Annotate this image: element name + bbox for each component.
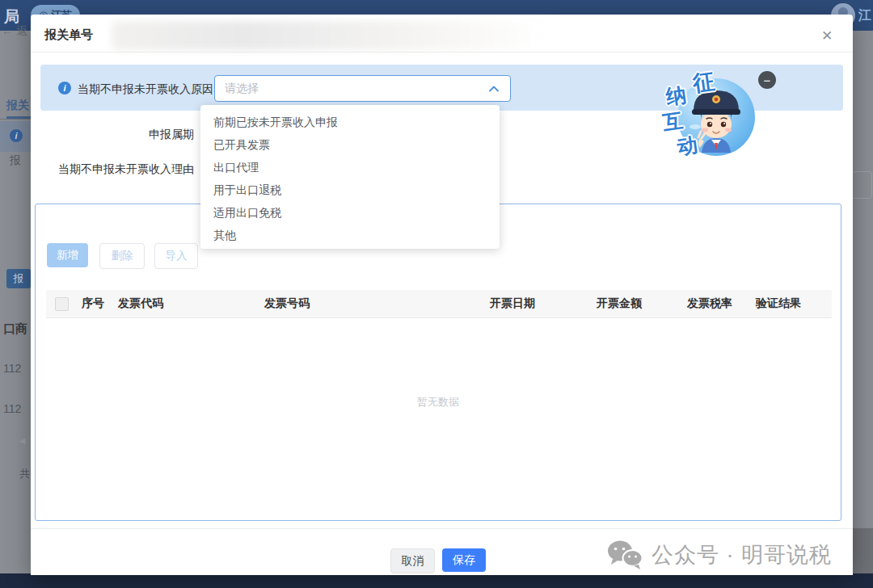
screenshot-stage: 局 ◎ 江苏 江 ← 返 报关 i 报 报 口商 112 112 ◀ 共 报关单…: [0, 0, 873, 588]
dropdown-option[interactable]: 其他: [200, 224, 500, 246]
empty-state-text: 暂无数据: [36, 395, 841, 410]
mascot-char-dong: 动: [676, 131, 699, 160]
background-divider: [0, 119, 31, 120]
background-dark-block: [853, 528, 873, 574]
invoice-table-container: 新增 删除 导入 序号 发票代码 发票号码 开票日期 开票金额 发票税率 验证结…: [35, 204, 841, 521]
background-pager-prev-icon[interactable]: ◀: [19, 436, 26, 445]
cancel-button[interactable]: 取消: [390, 548, 435, 573]
info-icon: i: [58, 82, 71, 94]
reason-select[interactable]: 请选择: [214, 75, 511, 102]
background-ghost-button: [851, 171, 872, 199]
declaration-modal: 报关单号 ✕ i 当期不申报未开票收入原因 请选择 申报属期 当期不申报未开票收…: [31, 15, 853, 575]
background-row-value: 112: [3, 402, 21, 415]
background-total-label: 共: [19, 467, 30, 481]
chevron-up-icon: [489, 86, 510, 92]
close-icon[interactable]: ✕: [821, 29, 833, 43]
background-back-link[interactable]: ← 返: [2, 24, 27, 39]
import-button[interactable]: 导入: [154, 243, 198, 269]
mascot-minimize-button[interactable]: −: [758, 71, 776, 89]
background-info-icon: i: [10, 129, 23, 142]
col-header-invoice-code: 发票代码: [118, 296, 163, 311]
modal-header-divider: [31, 52, 853, 52]
redacted-title-blur: [112, 21, 548, 50]
watermark-text: 公众号 · 明哥说税: [652, 540, 832, 569]
col-header-invoice-number: 发票号码: [264, 296, 310, 311]
background-column-header: 口商: [3, 321, 27, 337]
mascot-char-hu: 互: [661, 107, 685, 136]
modal-title: 报关单号: [44, 27, 93, 43]
background-field-label: 报: [10, 153, 21, 168]
dropdown-option[interactable]: 出口代理: [200, 156, 500, 178]
dropdown-option[interactable]: 适用出口免税: [200, 201, 500, 224]
reason-dropdown-panel: 前期已按未开票收入申报 已开具发票 出口代理 用于出口退税 适用出口免税 其他: [200, 105, 500, 249]
dropdown-option[interactable]: 已开具发票: [200, 133, 500, 156]
col-header-verify-result: 验证结果: [756, 296, 801, 311]
background-bottom-bar: [0, 573, 873, 588]
reason-select-label: 当期不申报未开票收入原因: [78, 82, 213, 97]
delete-button[interactable]: 删除: [99, 243, 145, 269]
add-button[interactable]: 新增: [47, 243, 88, 267]
col-header-seq: 序号: [82, 296, 104, 311]
background-query-button[interactable]: 报: [6, 269, 31, 288]
modal-footer-divider: [31, 528, 853, 529]
dropdown-option[interactable]: 用于出口退税: [200, 178, 500, 201]
background-row-value: 112: [3, 362, 21, 375]
mascot-char-zheng: 征: [691, 66, 717, 98]
table-header-row: 序号 发票代码 发票号码 开票日期 开票金额 发票税率 验证结果: [46, 290, 832, 318]
select-all-checkbox[interactable]: [55, 297, 69, 311]
mascot-char-na: 纳: [664, 81, 688, 110]
reason-field-label: 当期不申报未开票收入理由: [31, 162, 194, 177]
wechat-icon: [606, 540, 643, 570]
background-user-region: 江: [858, 7, 871, 24]
col-header-amount: 开票金额: [597, 296, 642, 311]
background-tab-baoguan[interactable]: 报关: [6, 99, 29, 113]
period-label: 申报属期: [31, 128, 194, 142]
dropdown-option[interactable]: 前期已按未开票收入申报: [200, 111, 500, 133]
watermark: 公众号 · 明哥说税: [606, 540, 832, 570]
col-header-issue-date: 开票日期: [490, 296, 535, 311]
background-info-band: i: [0, 121, 31, 152]
col-header-tax-rate: 发票税率: [687, 296, 732, 311]
reason-select-placeholder: 请选择: [215, 82, 489, 96]
save-button[interactable]: 保存: [442, 548, 486, 572]
